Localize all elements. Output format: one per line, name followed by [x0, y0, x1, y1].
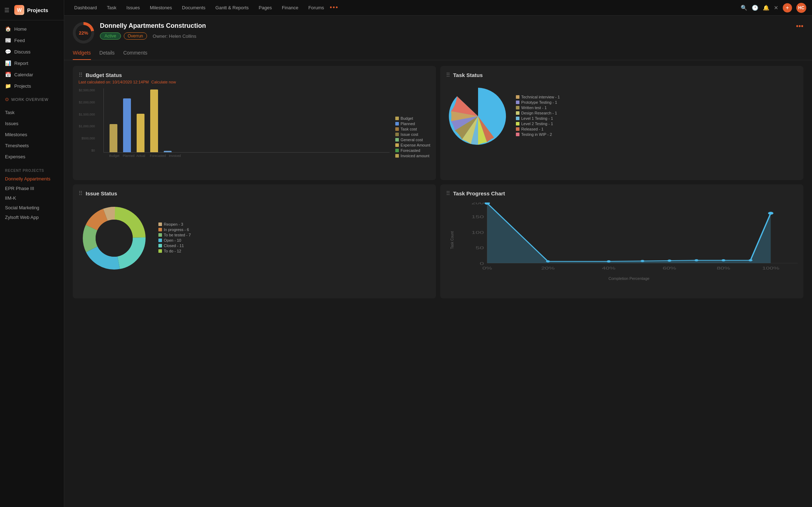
- nav-forums[interactable]: Forums: [304, 3, 328, 12]
- bar-group-planned: [123, 98, 131, 152]
- project-header: 22% Donnelly Apartments Construction Act…: [64, 16, 812, 43]
- close-icon[interactable]: ✕: [774, 5, 778, 11]
- menu-icon[interactable]: ☰: [4, 7, 9, 14]
- y-label: $0: [79, 149, 95, 152]
- nav-documents[interactable]: Documents: [178, 3, 210, 12]
- content-area: 22% Donnelly Apartments Construction Act…: [64, 16, 812, 507]
- drag-icon: ⠿: [446, 190, 450, 197]
- issue-legend-1: In progress - 6: [158, 227, 191, 232]
- nav-dashboard[interactable]: Dashboard: [70, 3, 101, 12]
- sidebar-item-label: Report: [14, 61, 28, 66]
- recent-project-3[interactable]: Social Marketing: [0, 203, 64, 212]
- content-tabs: Widgets Details Comments: [64, 43, 812, 60]
- legend-color: [395, 133, 399, 136]
- task-legend-0: Technical interview - 1: [516, 95, 560, 99]
- legend-color: [516, 95, 519, 99]
- task-label: Task: [5, 110, 15, 115]
- main-content: Dashboard Task Issues Milestones Documen…: [64, 0, 812, 507]
- legend-color: [395, 149, 399, 152]
- calculate-now-link[interactable]: Calculate now: [151, 80, 176, 84]
- tab-comments[interactable]: Comments: [123, 48, 147, 60]
- legend-label: Prototype Testing - 1: [521, 100, 557, 104]
- issues-label: Issues: [5, 121, 19, 126]
- drag-icon: ⠿: [446, 72, 450, 78]
- sidebar-item-projects[interactable]: 📁 Projects: [0, 80, 64, 92]
- task-widget-title: Task Status: [453, 72, 483, 78]
- svg-point-18: [607, 260, 611, 262]
- y-label: $1,500,000: [79, 113, 95, 116]
- sidebar-item-discuss[interactable]: 💬 Discuss: [0, 46, 64, 57]
- y-label: $1,000,000: [79, 124, 95, 128]
- task-legend-7: Testing in WIP - 2: [516, 132, 560, 137]
- budget-status-widget: ⠿ Budget Status Last calculated on: 10/1…: [73, 66, 436, 180]
- sidebar-item-report[interactable]: 📊 Report: [0, 57, 64, 69]
- sidebar-item-task[interactable]: Task: [0, 107, 64, 118]
- top-navigation: Dashboard Task Issues Milestones Documen…: [64, 0, 812, 16]
- issue-donut-chart: [78, 203, 150, 274]
- nav-issues[interactable]: Issues: [122, 3, 144, 12]
- recent-project-0[interactable]: Donnelly Appartments: [0, 174, 64, 184]
- milestones-label: Milestones: [5, 132, 27, 137]
- bar-invoiced: [164, 151, 172, 152]
- user-avatar[interactable]: HC: [796, 3, 806, 13]
- tab-widgets[interactable]: Widgets: [73, 48, 91, 60]
- x-label-actual: Actual: [136, 154, 144, 158]
- sidebar-item-label: Discuss: [14, 49, 31, 55]
- issue-legend-3: Open - 10: [158, 238, 191, 242]
- x-axis-label: Completion Percentage: [460, 276, 798, 281]
- nav-finance[interactable]: Finance: [278, 3, 303, 12]
- legend-label: Planned: [401, 122, 415, 126]
- search-icon[interactable]: 🔍: [741, 5, 747, 11]
- clock-icon[interactable]: 🕐: [752, 5, 758, 11]
- app-title: Projects: [27, 7, 48, 13]
- nav-gantt[interactable]: Gantt & Reports: [211, 3, 253, 12]
- tab-details[interactable]: Details: [100, 48, 115, 60]
- recent-projects-label: RECENT PROJECTS: [0, 165, 64, 174]
- nav-task[interactable]: Task: [103, 3, 121, 12]
- project-badges: Active Overrun Owner: Helen Collins: [100, 32, 790, 40]
- y-label: $2,000,000: [79, 101, 95, 104]
- bar-group-forecasted: [150, 89, 158, 152]
- legend-color: [395, 143, 399, 147]
- nav-milestones[interactable]: Milestones: [146, 3, 176, 12]
- bar-actual: [137, 114, 144, 152]
- project-info: Donnelly Apartments Construction Active …: [100, 22, 790, 40]
- legend-color: [395, 122, 399, 126]
- sidebar-item-home[interactable]: 🏠 Home: [0, 23, 64, 35]
- sidebar-item-issues[interactable]: Issues: [0, 118, 64, 129]
- budget-chart-area: $2,500,000 $2,000,000 $1,500,000 $1,000,…: [78, 88, 430, 159]
- sidebar-item-calendar[interactable]: 📅 Calendar: [0, 69, 64, 80]
- x-axis-labels: Budget Planned Actual Forecasted Invoice…: [103, 153, 390, 159]
- recent-project-1[interactable]: EPR Phase III: [0, 184, 64, 193]
- y-label: $500,000: [79, 137, 95, 140]
- task-legend-6: Released - 1: [516, 127, 560, 131]
- legend-label: Written test - 1: [521, 106, 547, 110]
- legend-label: To be tested - 7: [164, 233, 191, 237]
- widgets-grid: ⠿ Budget Status Last calculated on: 10/1…: [64, 60, 812, 304]
- svg-point-21: [695, 259, 699, 261]
- bell-icon[interactable]: 🔔: [763, 5, 770, 11]
- sidebar-item-expenses[interactable]: Expenses: [0, 151, 64, 162]
- task-chart-area: Technical interview - 1 Prototype Testin…: [446, 84, 798, 148]
- work-overview-label: WORK OVERVIEW: [11, 97, 49, 102]
- legend-color: [516, 127, 519, 131]
- sidebar-item-feed[interactable]: 📰 Feed: [0, 35, 64, 46]
- legend-color: [516, 111, 519, 115]
- project-more-button[interactable]: •••: [796, 22, 803, 30]
- recent-project-2[interactable]: IIM-K: [0, 193, 64, 203]
- legend-item-task-cost: Task cost: [395, 127, 430, 131]
- progress-line-chart: 0 50 100 150 200: [460, 203, 798, 274]
- issue-widget-title: Issue Status: [86, 190, 117, 196]
- legend-label: Level 2 Testing - 1: [521, 122, 553, 126]
- legend-color: [516, 106, 519, 109]
- add-button[interactable]: +: [783, 3, 792, 12]
- svg-text:200: 200: [472, 203, 484, 205]
- more-menu-button[interactable]: •••: [330, 4, 339, 11]
- legend-label: Forecasted: [401, 148, 420, 153]
- svg-text:0: 0: [480, 261, 484, 266]
- nav-pages[interactable]: Pages: [254, 3, 276, 12]
- recent-project-4[interactable]: Zylsoft Web App: [0, 212, 64, 222]
- sidebar-item-label: Home: [14, 26, 27, 32]
- sidebar-item-milestones[interactable]: Milestones: [0, 129, 64, 140]
- sidebar-item-timesheets[interactable]: Timesheets: [0, 140, 64, 151]
